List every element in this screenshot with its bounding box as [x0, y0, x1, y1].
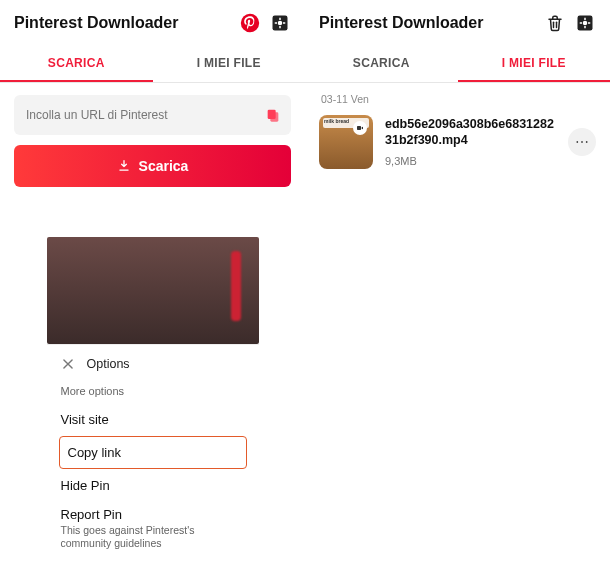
svg-point-2: [278, 21, 283, 26]
option-hide-pin[interactable]: Hide Pin: [59, 471, 247, 500]
tab-files-left[interactable]: I MIEI FILE: [153, 46, 306, 82]
option-report-pin-sub: This goes against Pinterest's community …: [61, 524, 245, 550]
svg-point-12: [583, 21, 588, 26]
settings-icon-right[interactable]: [574, 12, 596, 34]
thumb-caption: milk bread: [324, 118, 349, 124]
app-title-right: Pinterest Downloader: [319, 14, 536, 32]
right-tabs: SCARICA I MIEI FILE: [305, 46, 610, 83]
file-more-button[interactable]: ⋯: [568, 128, 596, 156]
video-badge-icon: [353, 121, 367, 135]
url-input-row: [14, 95, 291, 135]
file-thumbnail: milk bread: [319, 115, 373, 169]
tab-download-right[interactable]: SCARICA: [305, 46, 458, 82]
download-icon: [117, 159, 131, 173]
options-header: Options: [87, 357, 130, 371]
tab-files-right[interactable]: I MIEI FILE: [458, 46, 611, 82]
svg-rect-8: [270, 112, 278, 121]
more-options-label: More options: [47, 383, 259, 405]
svg-rect-17: [357, 126, 361, 130]
download-button[interactable]: Scarica: [14, 145, 291, 187]
pinterest-icon[interactable]: [239, 12, 261, 34]
paste-icon[interactable]: [265, 107, 281, 123]
app-title-left: Pinterest Downloader: [14, 14, 231, 32]
option-report-pin-label: Report Pin: [61, 507, 245, 522]
right-header: Pinterest Downloader: [305, 0, 610, 46]
settings-icon[interactable]: [269, 12, 291, 34]
tutorial-image: [47, 237, 259, 344]
tutorial-card: Options More options Visit site Copy lin…: [47, 237, 259, 564]
tab-download-left[interactable]: SCARICA: [0, 46, 153, 82]
option-copy-link[interactable]: Copy link: [59, 436, 247, 469]
file-size: 9,3MB: [385, 155, 556, 167]
option-visit-site[interactable]: Visit site: [59, 405, 247, 434]
url-input[interactable]: [26, 108, 257, 122]
left-header: Pinterest Downloader: [0, 0, 305, 46]
left-tabs: SCARICA I MIEI FILE: [0, 46, 305, 83]
close-icon[interactable]: [61, 357, 75, 371]
file-row[interactable]: milk bread edb56e2096a308b6e683128231b2f…: [315, 113, 600, 171]
file-name: edb56e2096a308b6e683128231b2f390.mp4: [385, 117, 556, 148]
option-report-pin[interactable]: Report Pin This goes against Pinterest's…: [59, 500, 247, 552]
trash-icon[interactable]: [544, 12, 566, 34]
file-group-date: 03-11 Ven: [315, 91, 600, 113]
download-button-label: Scarica: [139, 158, 189, 174]
